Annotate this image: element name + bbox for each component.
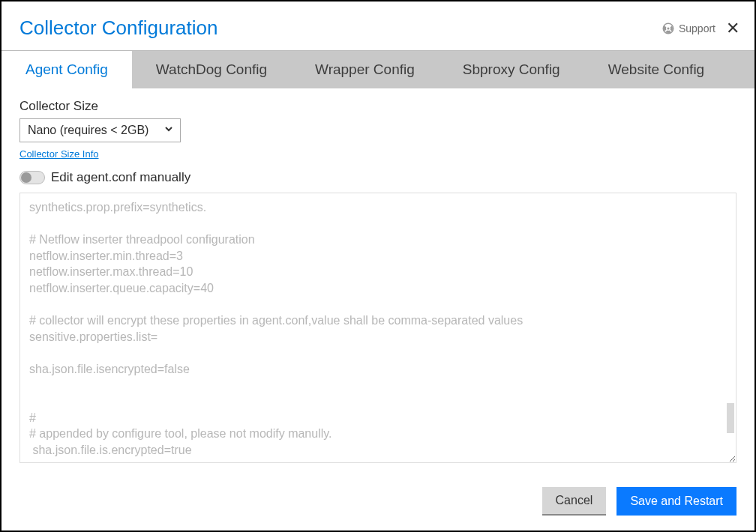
toggle-knob [21, 172, 32, 183]
collector-size-select[interactable]: Nano (requires < 2GB) [20, 118, 181, 142]
collector-size-info-link[interactable]: Collector Size Info [20, 148, 736, 160]
edit-manual-toggle[interactable] [20, 171, 45, 184]
page-title: Collector Configuration [20, 16, 218, 40]
tab-website-config[interactable]: Website Config [584, 51, 729, 88]
edit-manual-label: Edit agent.conf manually [51, 170, 190, 185]
close-icon: ✕ [726, 19, 740, 37]
tab-wrapper-config[interactable]: Wrapper Config [291, 51, 439, 88]
support-icon [662, 22, 675, 35]
tab-agent-config[interactable]: Agent Config [2, 51, 132, 88]
collector-size-label: Collector Size [20, 99, 736, 114]
agent-conf-textarea[interactable]: synthetics.prop.prefix=synthetics. # Net… [20, 193, 736, 463]
tab-sbproxy-config[interactable]: Sbproxy Config [439, 51, 584, 88]
close-button[interactable]: ✕ [726, 20, 740, 37]
tabs-bar: Agent Config WatchDog Config Wrapper Con… [2, 50, 754, 88]
cancel-button[interactable]: Cancel [542, 487, 607, 516]
support-label: Support [679, 22, 716, 34]
tab-watchdog-config[interactable]: WatchDog Config [132, 51, 291, 88]
save-restart-button[interactable]: Save and Restart [616, 487, 736, 516]
support-link[interactable]: Support [662, 22, 716, 35]
